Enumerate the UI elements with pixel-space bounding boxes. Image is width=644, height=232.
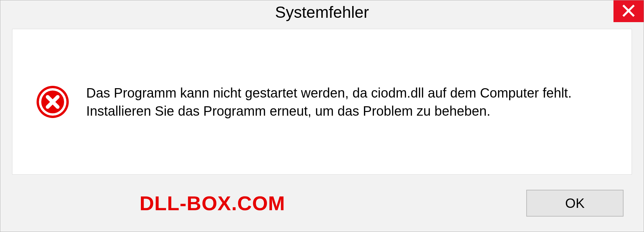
title-bar: Systemfehler — [0, 0, 644, 27]
content-panel: Das Programm kann nicht gestartet werden… — [12, 29, 632, 175]
dialog-footer: DLL-BOX.COM OK — [0, 175, 644, 232]
close-button[interactable] — [613, 0, 644, 22]
close-icon — [622, 4, 635, 19]
dialog-title: Systemfehler — [275, 3, 369, 21]
error-message: Das Programm kann nicht gestartet werden… — [86, 84, 608, 120]
error-icon — [36, 85, 69, 119]
error-dialog: Systemfehler Das Programm kann nicht ges… — [0, 0, 644, 232]
ok-button[interactable]: OK — [526, 190, 624, 217]
watermark-text: DLL-BOX.COM — [140, 192, 285, 215]
